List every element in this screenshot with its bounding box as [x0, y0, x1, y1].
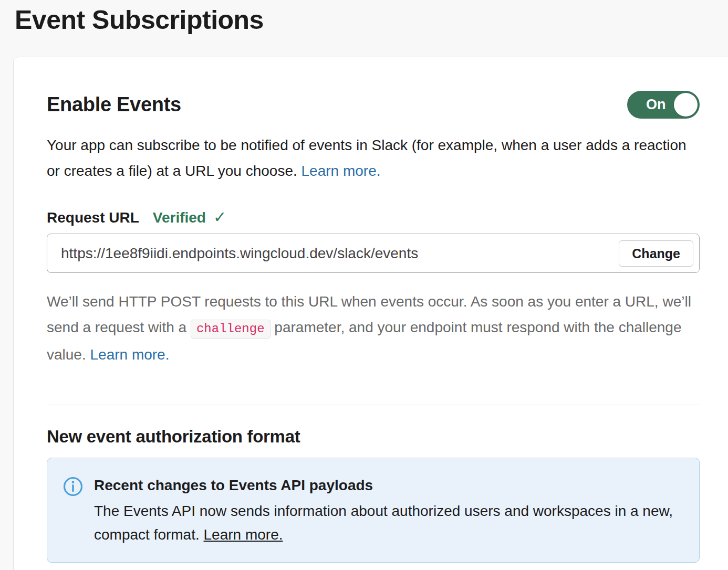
callout-learn-more-link[interactable]: Learn more.: [204, 526, 283, 543]
request-url-input[interactable]: [47, 234, 700, 273]
events-api-callout: Recent changes to Events API payloads Th…: [47, 458, 700, 563]
toggle-on-label: On: [627, 97, 666, 113]
enable-events-toggle[interactable]: On: [627, 91, 700, 119]
info-icon: [63, 477, 83, 499]
request-url-field-wrap: Change: [47, 234, 700, 273]
hint-learn-more-link[interactable]: Learn more.: [90, 346, 170, 363]
section-divider: [47, 405, 700, 405]
toggle-knob[interactable]: [674, 93, 698, 117]
request-url-hint: We’ll send HTTP POST requests to this UR…: [47, 289, 700, 367]
verified-status: Verified ✓: [153, 208, 226, 226]
event-subscriptions-card: Enable Events On Your app can subscribe …: [13, 57, 728, 570]
check-icon: ✓: [213, 208, 226, 226]
callout-body-text: The Events API now sends information abo…: [94, 503, 673, 543]
callout-title: Recent changes to Events API payloads: [94, 476, 678, 495]
callout-text: Recent changes to Events API payloads Th…: [94, 476, 678, 546]
enable-events-row: Enable Events On: [47, 91, 700, 119]
page-title: Event Subscriptions: [0, 0, 728, 38]
enable-events-description: Your app can subscribe to be notified of…: [47, 132, 700, 184]
learn-more-link[interactable]: Learn more.: [301, 163, 381, 179]
verified-label: Verified: [153, 209, 206, 226]
change-button[interactable]: Change: [619, 240, 693, 267]
request-url-label-row: Request URL Verified ✓: [47, 208, 700, 226]
callout-body: The Events API now sends information abo…: [94, 499, 678, 546]
enable-events-heading: Enable Events: [47, 93, 181, 116]
request-url-label: Request URL: [47, 209, 139, 226]
new-auth-format-heading: New event authorization format: [47, 427, 700, 447]
challenge-code-chip: challenge: [191, 320, 271, 339]
